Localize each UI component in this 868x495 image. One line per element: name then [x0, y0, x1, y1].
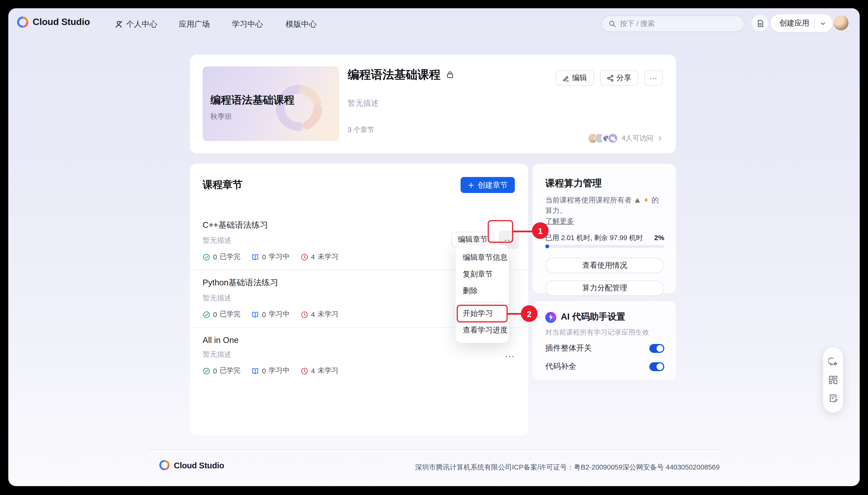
- plugin-toggle-label: 插件整体开关: [545, 343, 592, 354]
- floating-action-pill: [823, 347, 843, 412]
- compute-panel: 课程算力管理 当前课程将使用课程所有者 的算力。 了解更多 已用 2.01 机时…: [533, 164, 676, 293]
- annotation-line-step2: [508, 313, 522, 314]
- fire-emoji-icon: [643, 197, 650, 203]
- nav-item-personal-center[interactable]: 个人中心: [115, 19, 157, 29]
- doc-edit-icon: [828, 393, 838, 403]
- chapters-heading: 课程章节: [203, 178, 243, 191]
- chevron-down-icon[interactable]: [820, 20, 826, 27]
- ai-assistant-logo-icon: [545, 312, 556, 323]
- menu-item-delete[interactable]: 删除: [456, 283, 509, 300]
- thumbnail-title: 编程语法基础课程: [210, 93, 294, 107]
- clock-icon: [300, 310, 309, 319]
- stat-completed: 0已学完: [203, 366, 241, 376]
- create-chapter-label: 创建章节: [478, 180, 508, 190]
- usage-row: 已用 2.01 机时, 剩余 97.99 机时 2%: [545, 234, 664, 243]
- compute-heading: 课程算力管理: [545, 177, 602, 190]
- chapter-title: C++基础语法练习: [203, 220, 515, 231]
- menu-item-edit-chapter-info[interactable]: 编辑章节信息: [456, 250, 509, 266]
- clock-icon: [300, 367, 309, 375]
- learn-more-link[interactable]: 了解更多: [545, 216, 574, 226]
- stat-not-started: 4未学习: [300, 310, 339, 319]
- navbar: Cloud Studio 个人中心 应用广场 学习中心 模版中心 按下 / 搜索: [9, 8, 859, 39]
- ai-assistant-panel: AI 代码助手设置 对当前课程所有学习记录应用生效 插件整体开关 代码补全: [533, 302, 676, 380]
- course-thumbnail: 编程语法基础课程 秋季班: [203, 66, 340, 141]
- access-info[interactable]: 4人可访问: [588, 133, 663, 143]
- view-usage-button[interactable]: 查看使用情况: [545, 258, 664, 273]
- footer-legal-text: 深圳市腾讯计算机系统有限公司ICP备案/许可证号：粤B2-20090059深公网…: [415, 463, 720, 473]
- chapter-more-button[interactable]: ···: [505, 351, 515, 361]
- create-app-button[interactable]: 创建应用: [771, 14, 833, 32]
- edit-label: 编辑: [572, 73, 587, 83]
- footer-brand-name: Cloud Studio: [174, 460, 224, 470]
- completion-toggle-row: 代码补全: [545, 362, 664, 372]
- stat-completed: 0已学完: [203, 252, 241, 262]
- search-icon: [608, 20, 616, 28]
- document-icon: [756, 19, 764, 27]
- usage-text: 已用 2.01 机时, 剩余 97.99 机时: [545, 234, 643, 243]
- course-header-card: 编程语法基础课程 秋季班 编程语法基础课程 暂无描述 3 个章节 编辑: [190, 55, 676, 153]
- course-actions: 编辑 分享 ···: [556, 70, 663, 86]
- brand-logo[interactable]: Cloud Studio: [17, 16, 90, 28]
- menu-item-view-progress[interactable]: 查看学习进度: [456, 322, 509, 339]
- ai-description: 对当前课程所有学习记录应用生效: [545, 328, 649, 338]
- ai-chat-button[interactable]: [828, 357, 838, 367]
- share-course-button[interactable]: 分享: [600, 70, 638, 86]
- completion-toggle-label: 代码补全: [545, 362, 576, 372]
- stat-not-started: 4未学习: [300, 366, 339, 376]
- ai-heading-row: AI 代码助手设置: [545, 311, 625, 323]
- search-placeholder: 按下 / 搜索: [620, 19, 655, 29]
- nav-item-template-center[interactable]: 模版中心: [285, 19, 316, 29]
- course-description: 暂无描述: [347, 99, 378, 108]
- button-divider: [814, 19, 815, 28]
- person-sparkle-icon: [115, 20, 124, 29]
- menu-item-fork-chapter[interactable]: 复刻章节: [456, 266, 509, 283]
- ellipsis-icon: ···: [650, 74, 657, 82]
- feedback-button[interactable]: [828, 393, 838, 403]
- nav-item-app-plaza[interactable]: 应用广场: [179, 19, 210, 29]
- qr-code-button[interactable]: [828, 375, 838, 385]
- nav-item-label: 应用广场: [179, 19, 210, 29]
- nav-item-learning-center[interactable]: 学习中心: [232, 19, 263, 29]
- create-chapter-button[interactable]: 创建章节: [461, 177, 515, 193]
- member-avatars: [588, 133, 618, 143]
- cloud-studio-logo-icon: [17, 16, 29, 28]
- chapter-stats: 0已学完 0学习中 4未学习: [203, 366, 515, 376]
- book-icon: [251, 310, 259, 319]
- plugin-toggle-row: 插件整体开关: [545, 343, 664, 354]
- cloud-studio-logo-icon: [159, 460, 170, 471]
- create-app-label: 创建应用: [780, 18, 809, 28]
- document-button[interactable]: [752, 15, 768, 32]
- chapter-context-menu: 编辑章节信息 复刻章节 删除 开始学习 查看学习进度: [456, 245, 509, 343]
- user-avatar[interactable]: [833, 15, 849, 31]
- search-input[interactable]: 按下 / 搜索: [601, 16, 744, 32]
- nav-item-label: 模版中心: [285, 19, 316, 29]
- book-icon: [251, 367, 259, 375]
- menu-item-start-learning[interactable]: 开始学习: [456, 305, 509, 322]
- footer-brand: Cloud Studio: [159, 460, 224, 471]
- plugin-toggle-switch[interactable]: [649, 344, 664, 353]
- footer-divider: [147, 449, 720, 449]
- stat-learning: 0学习中: [251, 366, 290, 376]
- share-icon: [606, 74, 613, 82]
- compute-allocation-button[interactable]: 算力分配管理: [545, 280, 664, 296]
- course-title: 编程语法基础课程: [347, 67, 455, 82]
- compute-description: 当前课程将使用课程所有者 的算力。: [545, 195, 665, 216]
- ai-heading: AI 代码助手设置: [561, 311, 625, 323]
- annotation-badge-step2: 2: [521, 305, 538, 322]
- ellipsis-icon: ···: [505, 351, 515, 361]
- plus-icon: [468, 182, 475, 188]
- brand-name: Cloud Studio: [33, 17, 90, 28]
- check-circle-icon: [203, 367, 211, 375]
- annotation-badge-step1: 1: [532, 222, 548, 239]
- member-avatar: [608, 133, 618, 143]
- ellipsis-icon: ···: [504, 235, 514, 245]
- completion-toggle-switch[interactable]: [649, 362, 664, 371]
- nav-item-label: 学习中心: [232, 19, 263, 29]
- volcano-emoji-icon: [634, 197, 641, 203]
- course-more-button[interactable]: ···: [644, 70, 663, 86]
- pencil-icon: [562, 74, 569, 82]
- edit-course-button[interactable]: 编辑: [556, 70, 594, 86]
- chapter-description: 暂无描述: [203, 349, 515, 360]
- screen: Cloud Studio 个人中心 应用广场 学习中心 模版中心 按下 / 搜索: [0, 0, 868, 495]
- menu-divider: [461, 302, 503, 303]
